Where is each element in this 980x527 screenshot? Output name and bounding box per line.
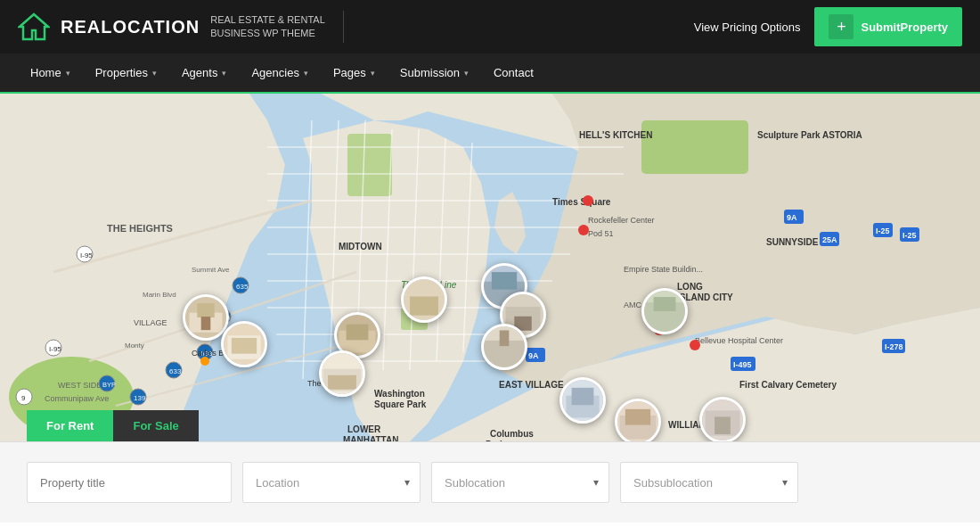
home-logo-icon [18,11,50,43]
submit-plus-icon: + [829,14,853,39]
svg-text:LOWER: LOWER [347,424,381,434]
svg-text:Square Park: Square Park [374,399,427,409]
map-container: THE HEIGHTS JERSEY CITY WEST SIDE Commun… [0,94,980,441]
property-pin-9[interactable] [615,399,661,441]
svg-rect-124 [492,272,517,289]
svg-text:BYP: BYP [102,381,116,389]
filter-bar: Location New York Manhattan Brooklyn Que… [0,441,980,523]
svg-text:I-278: I-278 [885,342,903,351]
nav-item-agents[interactable]: Agents ▾ [169,53,239,93]
svg-text:635: 635 [236,283,249,291]
svg-rect-12 [347,134,392,196]
svg-text:Columbus: Columbus [490,429,534,439]
svg-text:Bellevue Hospital Center: Bellevue Hospital Center [695,336,783,345]
svg-text:EAST VILLAGE: EAST VILLAGE [499,380,564,390]
header-right: View Pricing Options + SubmitProperty [694,7,962,46]
sublocation-select-wrapper: Sublocation Midtown Downtown Uptown ▾ [431,462,609,503]
chevron-down-icon: ▾ [66,69,70,78]
svg-rect-130 [500,330,510,346]
svg-text:Communipaw Ave: Communipaw Ave [45,394,109,403]
property-pin-11[interactable] [699,397,746,441]
nav-item-submission[interactable]: Submission ▾ [388,53,481,93]
chevron-down-icon: ▾ [464,69,469,78]
property-pin-4[interactable] [401,276,447,323]
svg-text:SUNNYSIDE: SUNNYSIDE [766,237,819,247]
svg-text:Sculpture Park   ASTORIA: Sculpture Park ASTORIA [757,130,862,140]
submit-property-button[interactable]: + SubmitProperty [814,7,962,46]
svg-text:LONG: LONG [677,282,703,292]
nav-item-home[interactable]: Home ▾ [18,54,83,94]
svg-text:I-25: I-25 [902,231,917,240]
svg-text:THE HEIGHTS: THE HEIGHTS [107,223,173,234]
nav-item-pages[interactable]: Pages ▾ [321,53,388,93]
svg-text:9: 9 [21,394,26,402]
svg-text:Washington: Washington [374,389,425,399]
svg-text:WEST SIDE: WEST SIDE [58,381,102,390]
svg-rect-133 [572,388,594,405]
logo-text: REALOCATION [61,17,200,37]
svg-text:VILLAGE: VILLAGE [134,318,167,327]
svg-rect-115 [232,338,257,354]
nav-item-properties[interactable]: Properties ▾ [83,53,169,93]
svg-rect-142 [715,416,731,433]
property-pin-2[interactable] [221,321,267,367]
nav-item-agencies[interactable]: Agencies ▾ [239,53,320,93]
subsublocation-select-wrapper: Subsublocation East Side West Side ▾ [620,462,798,503]
svg-rect-136 [625,409,650,425]
chevron-down-icon: ▾ [304,69,308,78]
svg-text:9A: 9A [528,351,539,360]
filter-toggle-group: For Rent For Sale [27,410,199,441]
svg-text:Pod 51: Pod 51 [588,229,614,238]
svg-text:9A: 9A [787,213,797,222]
svg-rect-145 [328,375,356,390]
svg-text:Summit Ave: Summit Ave [192,266,230,274]
svg-text:139: 139 [134,394,146,402]
svg-text:25A: 25A [822,235,837,244]
subsublocation-select[interactable]: Subsublocation East Side West Side [620,462,798,503]
svg-rect-112 [201,317,211,330]
svg-text:Monty: Monty [125,342,144,350]
svg-point-86 [200,357,209,366]
svg-text:HELL'S KITCHEN: HELL'S KITCHEN [579,130,652,140]
site-header: REALOCATION REAL ESTATE & RENTAL BUSINES… [0,0,980,54]
svg-text:I-25: I-25 [876,226,890,235]
for-rent-toggle[interactable]: For Rent [27,410,113,441]
svg-marker-0 [20,14,48,39]
logo-area: REALOCATION REAL ESTATE & RENTAL BUSINES… [18,11,344,43]
property-pin-12[interactable] [319,350,365,397]
property-pin-8[interactable] [559,377,606,424]
svg-rect-121 [410,296,438,315]
svg-text:MANHATTAN: MANHATTAN [343,435,398,441]
chevron-down-icon: ▾ [152,69,157,78]
nav-item-contact[interactable]: Contact [481,53,546,93]
svg-text:Marin Blvd: Marin Blvd [143,291,176,299]
property-title-input[interactable] [27,462,232,503]
svg-text:I-95: I-95 [80,251,93,259]
property-pin-10[interactable] [641,288,688,334]
tagline: REAL ESTATE & RENTAL BUSINESS WP THEME [210,13,325,41]
for-sale-toggle[interactable]: For Sale [113,410,198,441]
property-pin-1[interactable] [183,294,229,341]
location-select-wrapper: Location New York Manhattan Brooklyn Que… [242,462,421,503]
view-pricing-button[interactable]: View Pricing Options [694,21,801,34]
svg-text:I-495: I-495 [733,360,752,369]
svg-text:Times Square: Times Square [552,197,611,207]
svg-text:Rockefeller Center: Rockefeller Center [588,216,655,225]
property-pin-7[interactable] [481,324,527,370]
svg-text:I-95: I-95 [49,345,61,353]
svg-text:MIDTOWN: MIDTOWN [339,242,382,251]
svg-point-104 [583,195,593,206]
submit-property-label: SubmitProperty [861,21,948,34]
main-navigation: Home ▾ Properties ▾ Agents ▾ Agencies ▾ … [0,54,980,94]
svg-rect-111 [197,303,214,317]
svg-rect-118 [347,325,369,341]
svg-rect-139 [654,297,676,311]
sublocation-select[interactable]: Sublocation Midtown Downtown Uptown [431,462,609,503]
svg-text:First Calvary Cemetery: First Calvary Cemetery [739,380,837,390]
svg-text:Empire State Buildin...: Empire State Buildin... [624,265,703,274]
svg-text:633: 633 [169,367,182,375]
chevron-down-icon: ▾ [371,69,375,78]
svg-point-105 [578,225,589,235]
location-select[interactable]: Location New York Manhattan Brooklyn Que… [242,462,421,503]
svg-rect-11 [641,120,748,174]
